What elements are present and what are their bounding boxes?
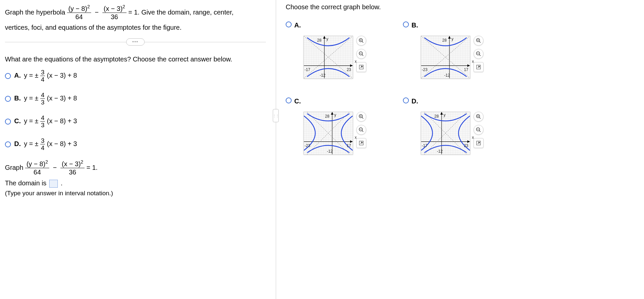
radio-graph-a[interactable] — [286, 21, 292, 27]
expand-b[interactable] — [474, 62, 483, 72]
zoom-out-d[interactable] — [474, 125, 483, 135]
radio-option-d[interactable] — [5, 141, 11, 147]
zoom-in-a[interactable] — [356, 36, 366, 46]
graph-label-b: B. — [411, 21, 418, 29]
radio-option-a[interactable] — [5, 73, 11, 79]
graph-label-a: A. — [294, 21, 301, 29]
zoom-out-c[interactable] — [356, 125, 366, 135]
vertical-divider — [276, 0, 276, 299]
option-b: B. y = ± 43 (x − 3) + 8 — [14, 92, 77, 105]
expand-d[interactable] — [474, 138, 483, 148]
graph-label-d: D. — [411, 97, 418, 105]
question-text: What are the equations of the asymptotes… — [5, 56, 269, 63]
svg-line-27 — [479, 55, 481, 56]
radio-graph-c[interactable] — [286, 97, 292, 103]
option-a: A. y = ± 34 (x − 3) + 8 — [14, 69, 77, 83]
problem-prompt: Graph the hyperbola (y − 8)2 64 − (x − 3… — [5, 5, 269, 35]
expand-c[interactable] — [356, 138, 366, 148]
hint-text: (Type your answer in interval notation.) — [5, 190, 269, 197]
radio-graph-b[interactable] — [403, 21, 409, 27]
svg-line-53 — [479, 117, 481, 119]
radio-graph-d[interactable] — [403, 97, 409, 103]
svg-line-57 — [479, 131, 481, 132]
svg-line-8 — [362, 41, 363, 43]
domain-input[interactable] — [49, 180, 58, 188]
graph-label-c: C. — [294, 97, 301, 105]
zoom-out-b[interactable] — [474, 49, 483, 59]
zoom-in-d[interactable] — [474, 112, 483, 122]
option-d: D. y = ± 34 (x − 8) + 3 — [14, 137, 77, 151]
zoom-in-b[interactable] — [474, 36, 483, 46]
graph-thumb-c[interactable]: y 28 -23 17 -12 x — [304, 112, 353, 155]
zoom-in-c[interactable] — [356, 112, 366, 122]
divider: ••• — [5, 42, 266, 42]
radio-option-c[interactable] — [5, 119, 11, 125]
domain-line: The domain is . — [5, 179, 269, 188]
graph-prompt: Choose the correct graph below. — [286, 3, 517, 11]
svg-line-12 — [362, 55, 363, 56]
graph-thumb-b[interactable]: y 28 -23 17 -12 x — [421, 36, 470, 79]
graph-equation: Graph (y − 8)2 64 − (x − 3)2 36 = 1. — [5, 160, 269, 175]
svg-line-23 — [479, 41, 481, 43]
drag-handle[interactable]: ⋮⋮ — [273, 109, 279, 122]
prompt-lead: Graph the hyperbola — [5, 9, 67, 16]
graph-thumb-d[interactable]: y 28 -17 23 -12 x — [421, 112, 470, 155]
expand-button[interactable]: ••• — [126, 38, 145, 46]
svg-line-38 — [362, 117, 363, 119]
prompt-cont: = 1. Give the domain, range, center, — [128, 9, 233, 16]
radio-option-b[interactable] — [5, 96, 11, 102]
svg-line-42 — [362, 131, 363, 132]
expand-a[interactable] — [356, 62, 366, 72]
zoom-out-a[interactable] — [356, 49, 366, 59]
option-c: C. y = ± 43 (x − 8) + 3 — [14, 115, 77, 128]
graph-thumb-a[interactable]: y 28 -17 23 -12 x — [304, 36, 353, 79]
prompt-line2: vertices, foci, and equations of the asy… — [5, 24, 182, 31]
